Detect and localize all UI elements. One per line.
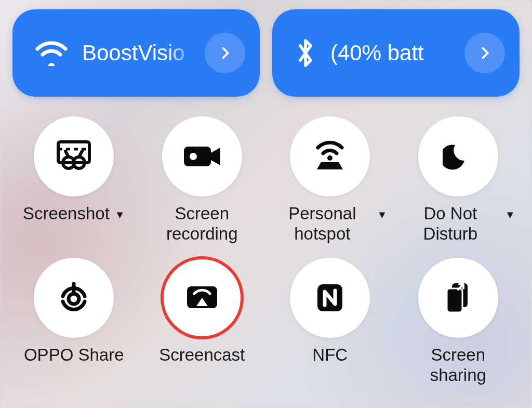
tile-do-not-disturb-button[interactable] (418, 116, 498, 196)
tile-label: Personal hotspot (273, 204, 371, 244)
bluetooth-icon (295, 37, 316, 69)
hotspot-icon (312, 140, 348, 173)
tile-label: Screen recording (145, 204, 259, 244)
quick-settings-panel: BoostVisio (40% batt (12, 9, 520, 386)
svg-point-4 (190, 153, 197, 160)
tile-screen-sharing[interactable]: Screen sharing (397, 258, 520, 386)
wifi-expand-button[interactable] (205, 33, 245, 73)
tile-label: Do Not Disturb (401, 204, 500, 244)
chevron-down-icon: ▼ (115, 209, 125, 221)
tile-screenshot-button[interactable] (34, 116, 114, 196)
top-toggle-row: BoostVisio (40% batt (12, 9, 520, 97)
svg-rect-10 (447, 288, 462, 312)
tile-grid: Screenshot ▼ Screen recording (12, 116, 520, 386)
tile-screenshot[interactable]: Screenshot ▼ (12, 116, 136, 244)
tile-nfc[interactable]: NFC (269, 258, 392, 386)
tile-screen-sharing-button[interactable] (418, 258, 498, 338)
chevron-right-icon (218, 46, 232, 60)
bluetooth-expand-button[interactable] (464, 33, 505, 73)
tile-screen-recording-button[interactable] (162, 116, 242, 196)
dnd-icon (443, 141, 474, 172)
bluetooth-label: (40% batt (330, 41, 460, 65)
tile-label: Screenshot (23, 204, 110, 224)
screen-sharing-icon (443, 281, 474, 314)
tile-oppo-share-button[interactable] (34, 258, 114, 338)
chevron-right-icon (477, 46, 492, 60)
svg-rect-3 (184, 147, 211, 166)
tile-label: NFC (312, 345, 348, 365)
wifi-toggle[interactable]: BoostVisio (12, 9, 260, 97)
tile-label: Screen sharing (401, 345, 515, 386)
nfc-icon (315, 282, 344, 313)
tile-do-not-disturb[interactable]: Do Not Disturb ▼ (397, 116, 520, 244)
screencast-icon (184, 283, 220, 312)
screen-recording-icon (183, 143, 221, 169)
tile-personal-hotspot[interactable]: Personal hotspot ▼ (269, 116, 392, 244)
chevron-down-icon: ▼ (377, 209, 387, 221)
tile-oppo-share[interactable]: OPPO Share (12, 258, 136, 386)
oppo-share-icon (57, 281, 91, 315)
svg-point-5 (327, 155, 332, 161)
tile-nfc-button[interactable] (290, 258, 370, 338)
tile-screen-recording[interactable]: Screen recording (141, 116, 264, 244)
tile-personal-hotspot-button[interactable] (290, 116, 370, 196)
tile-screencast-button[interactable] (162, 258, 242, 338)
wifi-label: BoostVisio (82, 41, 201, 65)
tile-label: OPPO Share (24, 345, 124, 365)
chevron-down-icon: ▼ (505, 209, 515, 221)
tile-screencast[interactable]: Screencast (141, 258, 264, 386)
tile-label: Screencast (159, 345, 245, 365)
bluetooth-toggle[interactable]: (40% batt (272, 9, 520, 97)
wifi-icon (35, 40, 68, 66)
screenshot-icon (55, 140, 92, 173)
